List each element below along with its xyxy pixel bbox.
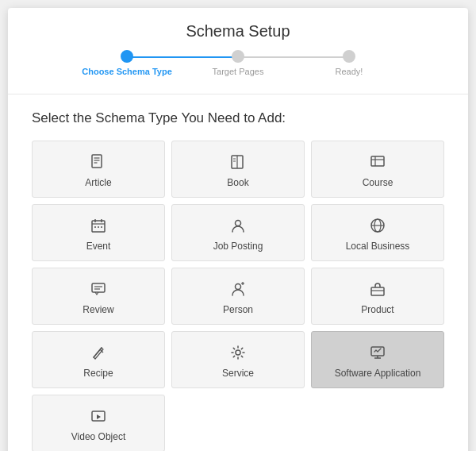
schema-btn-recipe[interactable]: Recipe: [32, 331, 165, 388]
product-label: Product: [361, 304, 393, 315]
modal-body: Select the Schema Type You Need to Add: …: [8, 94, 468, 451]
step-label-2: Ready!: [336, 67, 363, 76]
steps-bar: Choose Schema Type Target Pages Ready!: [24, 40, 452, 86]
step-dot-1: [232, 50, 244, 63]
schema-setup-modal: Schema Setup Choose Schema Type Target P…: [8, 8, 468, 451]
job-posting-label: Job Posting: [213, 241, 263, 252]
book-label: Book: [227, 177, 248, 188]
svg-rect-22: [92, 283, 105, 292]
schema-btn-course[interactable]: Course: [311, 141, 444, 198]
video-object-icon: [90, 408, 106, 426]
section-title: Select the Schema Type You Need to Add:: [32, 110, 444, 126]
schema-btn-article[interactable]: Article: [32, 141, 165, 198]
review-icon: [90, 281, 106, 299]
article-label: Article: [85, 177, 111, 188]
svg-point-16: [98, 226, 99, 228]
schema-btn-video-object[interactable]: Video Object: [32, 395, 165, 451]
svg-rect-0: [92, 155, 102, 168]
schema-btn-software-application[interactable]: Software Application: [311, 331, 444, 388]
local-business-label: Local Business: [346, 241, 410, 252]
software-application-icon: [370, 345, 386, 363]
svg-point-17: [101, 226, 102, 228]
svg-point-15: [94, 226, 96, 228]
job-posting-icon: [230, 218, 246, 236]
event-label: Event: [86, 241, 111, 252]
modal-header: Schema Setup Choose Schema Type Target P…: [8, 8, 468, 94]
schema-btn-person[interactable]: Person: [171, 268, 305, 325]
step-label-0: Choose Schema Type: [82, 67, 172, 76]
schema-grid: Article Book Course Event Job Posting Lo…: [32, 141, 444, 451]
svg-rect-28: [371, 287, 384, 295]
schema-btn-event[interactable]: Event: [32, 204, 165, 261]
schema-btn-service[interactable]: Service: [171, 331, 305, 388]
person-label: Person: [223, 304, 253, 315]
video-object-label: Video Object: [71, 431, 126, 442]
schema-btn-local-business[interactable]: Local Business: [311, 204, 444, 261]
article-icon: [91, 154, 106, 172]
course-icon: [370, 154, 386, 172]
schema-btn-product[interactable]: Product: [311, 268, 444, 325]
svg-point-31: [236, 350, 240, 355]
svg-point-25: [236, 283, 241, 289]
modal-title: Schema Setup: [24, 22, 452, 40]
service-icon: [230, 345, 246, 363]
schema-btn-review[interactable]: Review: [32, 268, 165, 325]
recipe-label: Recipe: [83, 368, 113, 379]
person-icon: [230, 281, 246, 299]
recipe-icon: [90, 345, 106, 363]
svg-point-18: [236, 220, 241, 226]
schema-btn-book[interactable]: Book: [171, 141, 305, 198]
local-business-icon: [370, 218, 386, 236]
step-label-1: Target Pages: [213, 67, 264, 76]
step-item-0: Choose Schema Type: [71, 50, 182, 76]
step-item-1: Target Pages: [182, 50, 294, 76]
product-icon: [370, 281, 386, 299]
course-label: Course: [363, 177, 393, 188]
review-label: Review: [83, 304, 113, 315]
event-icon: [90, 218, 106, 236]
step-dot-0: [121, 50, 133, 63]
svg-rect-8: [371, 156, 384, 166]
step-item-2: Ready!: [294, 50, 405, 76]
book-icon: [230, 154, 246, 172]
step-dot-2: [343, 50, 355, 63]
schema-btn-job-posting[interactable]: Job Posting: [171, 204, 305, 261]
service-label: Service: [222, 368, 254, 379]
software-application-label: Software Application: [335, 368, 421, 379]
